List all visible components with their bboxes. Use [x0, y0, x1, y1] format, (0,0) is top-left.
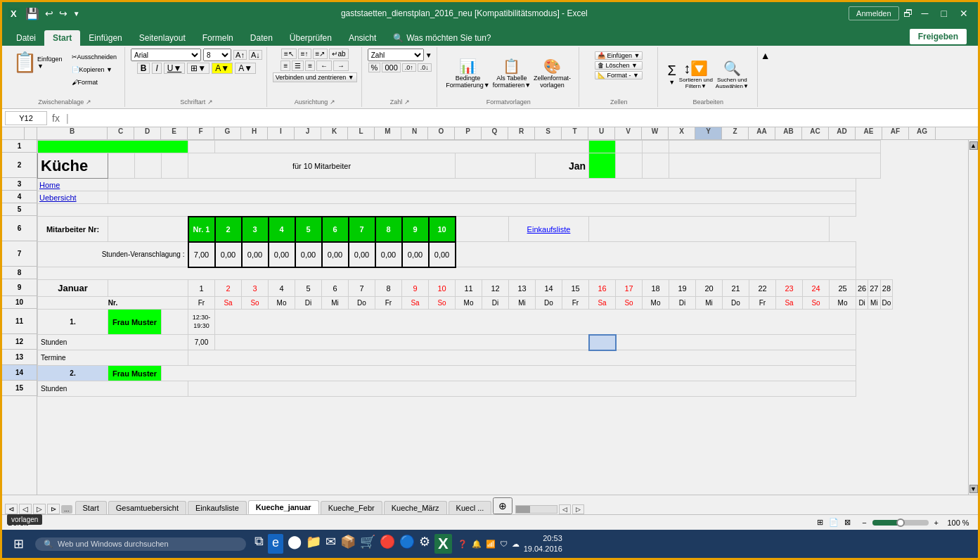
cell-Do-3[interactable]: Do [723, 297, 749, 310]
sort-filter-button[interactable]: ↕🔽 Sortieren undFiltern▼ [679, 60, 713, 89]
cell-Di-3[interactable]: Di [669, 297, 696, 310]
scroll-right-button[interactable]: ▷ [572, 504, 584, 514]
zoom-slider[interactable] [872, 520, 929, 526]
sheet-tab-kueche-januar[interactable]: Kueche_januar [248, 500, 319, 514]
col-header-K[interactable]: K [321, 127, 348, 139]
underline-button[interactable]: U▼ [164, 63, 186, 74]
sheet-nav-last[interactable]: ⊳ [47, 504, 60, 514]
cell-B2[interactable]: Küche [38, 153, 108, 179]
cell-empty-6b[interactable] [456, 217, 509, 242]
align-right-button[interactable]: ≡ [305, 61, 315, 71]
cell-J7[interactable]: 0,00 [215, 242, 242, 267]
cell-n-2[interactable] [456, 153, 536, 179]
minimize-button[interactable]: ─ [917, 6, 933, 20]
cell-Mi-2[interactable]: Mi [509, 297, 536, 310]
cell-row15-rest[interactable] [188, 381, 856, 397]
bedingte-formatierung-button[interactable]: 📊 BedingteFormatierung▼ [446, 58, 489, 89]
cell-row7-right[interactable] [456, 242, 856, 267]
fill-color-button[interactable]: A▼ [212, 63, 233, 74]
close-button[interactable]: ✕ [955, 6, 972, 20]
cell-Y2[interactable] [643, 153, 669, 179]
cell-Q6[interactable]: 9 [402, 217, 429, 242]
cell-P6[interactable]: 8 [375, 217, 402, 242]
col-header-P[interactable]: P [455, 127, 482, 139]
col-header-AC[interactable]: AC [802, 127, 829, 139]
cell-M6[interactable]: 5 [295, 217, 322, 242]
view-page-break-icon[interactable]: ⊠ [844, 518, 851, 527]
cell-B1[interactable] [38, 141, 188, 153]
undo-icon[interactable]: ↩ [45, 8, 53, 19]
cell-date-15[interactable]: 15 [562, 280, 589, 297]
cell-date-23[interactable]: 23 [776, 280, 803, 297]
col-header-L[interactable]: L [348, 127, 375, 139]
cell-K6[interactable]: 3 [242, 217, 269, 242]
cell-So-4[interactable]: So [803, 297, 830, 310]
col-header-F[interactable]: F [188, 127, 214, 139]
cell-L6[interactable]: 4 [269, 217, 295, 242]
taskbar-excel-icon[interactable]: X [434, 534, 452, 554]
col-header-O[interactable]: O [428, 127, 455, 139]
col-header-V[interactable]: V [615, 127, 642, 139]
percent-button[interactable]: % [368, 63, 381, 72]
cell-reference-input[interactable] [5, 111, 47, 125]
cell-Mo-4[interactable]: Mo [830, 297, 856, 310]
decrease-decimal-button[interactable]: .0↓ [418, 63, 432, 72]
col-header-AA[interactable]: AA [749, 127, 775, 139]
restore-icon[interactable]: 🗗 [903, 8, 913, 19]
cell-row1-right[interactable] [669, 141, 881, 153]
sheet-nav-first[interactable]: ⊲ [5, 504, 18, 514]
cell-So-3[interactable]: So [616, 297, 643, 310]
cell-date-28[interactable]: 28 [880, 280, 893, 297]
cell-date-13[interactable]: 13 [509, 280, 536, 297]
scroll-up-button[interactable]: ▲ [969, 141, 978, 150]
col-header-Z[interactable]: Z [722, 127, 749, 139]
col-header-W[interactable]: W [642, 127, 669, 139]
col-header-AG[interactable]: AG [909, 127, 936, 139]
cut-button[interactable]: ✂Ausschneiden [68, 51, 121, 63]
cell-W2-green[interactable] [589, 153, 616, 179]
col-header-G[interactable]: G [214, 127, 241, 139]
col-header-M[interactable]: M [375, 127, 401, 139]
cell-date-24[interactable]: 24 [803, 280, 830, 297]
cell-Sa-2[interactable]: Sa [402, 297, 429, 310]
align-top-right-button[interactable]: ≡↗ [313, 49, 328, 59]
row-header-14[interactable]: 14 [2, 365, 37, 381]
font-color-button[interactable]: A▼ [235, 63, 256, 74]
cell-date-22[interactable]: 22 [749, 280, 776, 297]
col-header-AE[interactable]: AE [856, 127, 882, 139]
cell-C2[interactable] [108, 153, 135, 179]
cell-date-5[interactable]: 5 [295, 280, 322, 297]
cell-B10[interactable]: Nr. [38, 297, 188, 310]
col-header-N[interactable]: N [401, 127, 428, 139]
cell-empty-6[interactable] [108, 217, 188, 242]
cell-B4[interactable]: Uebersicht [38, 191, 108, 204]
cell-B3[interactable]: Home [38, 179, 108, 191]
taskbar-antivirus-icon[interactable]: 🛡 [500, 540, 508, 548]
cell-B15[interactable]: Stunden [38, 381, 188, 397]
scroll-left-button[interactable]: ◁ [559, 504, 571, 514]
cell-So-2[interactable]: So [429, 297, 456, 310]
cell-Di-4[interactable]: Di [856, 297, 868, 310]
align-top-center-button[interactable]: ≡↑ [298, 49, 311, 59]
cell-date-6[interactable]: 6 [322, 280, 349, 297]
cell-Di-2[interactable]: Di [482, 297, 509, 310]
autosum-button[interactable]: Σ ▼ [667, 63, 676, 86]
cell-E2[interactable] [162, 153, 188, 179]
quick-access-dropdown[interactable]: ▼ [73, 10, 80, 18]
cell-date-12[interactable]: 12 [482, 280, 509, 297]
cell-st-2[interactable]: Jan [536, 153, 589, 179]
add-sheet-button[interactable]: ⊕ [493, 497, 512, 514]
cell-R7[interactable]: 0,00 [429, 242, 456, 267]
view-layout-icon[interactable]: 📄 [829, 518, 839, 527]
cell-row12-mid[interactable] [215, 335, 589, 350]
col-header-U[interactable]: U [588, 127, 615, 139]
taskbar-mail-icon[interactable]: ✉ [325, 534, 336, 554]
cell-Mo-2[interactable]: Mo [456, 297, 482, 310]
vertical-scrollbar[interactable]: ▲ ▼ [968, 140, 978, 495]
row-header-4[interactable]: 4 [2, 191, 37, 203]
ribbon-collapse-button[interactable]: ▲ [759, 47, 772, 107]
cell-K7[interactable]: 0,00 [242, 242, 269, 267]
row-header-15[interactable]: 15 [2, 381, 37, 396]
row-header-11[interactable]: 11 [2, 309, 37, 334]
cell-row8[interactable] [38, 267, 856, 280]
